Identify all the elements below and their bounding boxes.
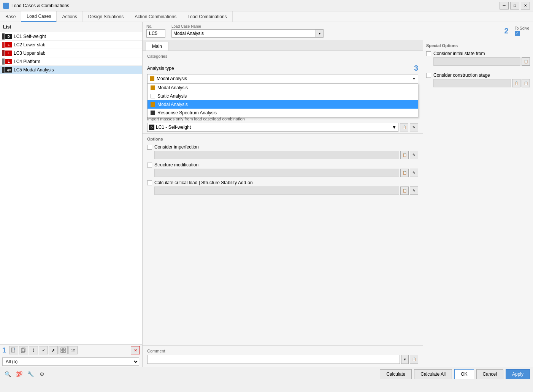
uncheck-button[interactable]: ✗	[49, 346, 58, 354]
apply-button[interactable]: Apply	[506, 369, 530, 379]
list-items: D LC1 Self-weight L LC2 Lower slab L LC3…	[0, 32, 142, 344]
item-label: LC2 Lower slab	[14, 42, 45, 47]
menu-tabs: Base Load Cases Actions Design Situation…	[0, 11, 533, 22]
cancel-button[interactable]: Cancel	[476, 369, 503, 379]
color-strip	[2, 67, 5, 73]
search-icon-button[interactable]: 🔍	[3, 370, 12, 379]
tab-design-situations[interactable]: Design Situations	[83, 11, 129, 22]
options-section: Options Consider imperfection 📋 ✎	[143, 133, 423, 201]
color-box-orange-icon	[151, 85, 155, 90]
categories-section: Categories	[143, 51, 423, 61]
tools-icon-button[interactable]: 🔧	[26, 370, 35, 379]
structure-mod-label: Structure modification	[154, 162, 198, 168]
special-options: Special Options Consider initial state f…	[423, 40, 533, 94]
tab-load-cases[interactable]: Load Cases	[21, 11, 57, 22]
count-icon-button[interactable]: 💯	[14, 370, 24, 379]
number-button[interactable]: 12	[68, 346, 78, 354]
analysis-select[interactable]: Modal Analysis ▼	[147, 74, 418, 83]
imperfection-checkbox[interactable]	[147, 145, 152, 150]
new-item-button[interactable]: +	[9, 346, 18, 354]
structure-mod-copy-btn[interactable]: 📋	[400, 169, 409, 177]
masses-dropdown-arrow[interactable]: ▼	[392, 125, 397, 130]
name-dropdown-arrow[interactable]: ▼	[316, 29, 324, 38]
delete-button[interactable]: ✕	[131, 346, 140, 354]
calculate-button[interactable]: Calculate	[380, 369, 412, 379]
group-button[interactable]	[59, 346, 68, 354]
list-item[interactable]: L LC4 Platform	[0, 57, 142, 66]
color-strip	[2, 33, 5, 40]
dropdown-item-response-spectrum[interactable]: Response Spectrum Analysis	[148, 109, 418, 117]
color-box-dark-icon	[151, 111, 155, 115]
list-toolbar: 1 + ✓ ✗ 12 ✕	[0, 344, 142, 356]
minimize-button[interactable]: ─	[500, 2, 509, 9]
comment-label: Comment	[147, 349, 418, 353]
right-header: No. Load Case Name ▼ 2 To Solve	[143, 22, 533, 40]
copy-button[interactable]	[19, 346, 28, 354]
ok-button[interactable]: OK	[454, 369, 474, 379]
settings-icon-button[interactable]: ⚙	[37, 370, 46, 379]
color-strip	[2, 58, 5, 65]
imperfection-edit-btn[interactable]: ✎	[410, 151, 418, 159]
close-button[interactable]: ✕	[521, 2, 530, 9]
check-button[interactable]: ✓	[39, 346, 48, 354]
no-label: No.	[146, 24, 165, 28]
svg-rect-9	[63, 348, 65, 350]
tab-actions[interactable]: Actions	[57, 11, 82, 22]
comment-copy-btn[interactable]: 📋	[410, 355, 418, 364]
tab-bar: Main	[143, 40, 423, 51]
critical-load-checkbox[interactable]	[147, 180, 152, 185]
no-input[interactable]	[146, 29, 165, 38]
option-critical-load: Calculate critical load | Structure Stab…	[147, 180, 418, 195]
move-button[interactable]	[29, 346, 38, 354]
critical-load-label: Calculate critical load | Structure Stab…	[154, 180, 253, 185]
item-badge: D	[5, 34, 12, 39]
maximize-button[interactable]: □	[510, 2, 519, 9]
svg-rect-11	[63, 351, 65, 352]
tab-base[interactable]: Base	[0, 11, 21, 22]
item-badge: L	[5, 59, 12, 64]
tab-load-combinations[interactable]: Load Combinations	[182, 11, 232, 22]
name-label: Load Case Name	[171, 24, 498, 28]
initial-state-checkbox[interactable]	[426, 51, 431, 56]
list-item[interactable]: L LC3 Upper slab	[0, 49, 142, 57]
name-input[interactable]	[171, 29, 316, 38]
construction-copy-btn[interactable]: 📋	[512, 79, 520, 87]
bottom-toolbar: 🔍 💯 🔧 ⚙	[3, 370, 46, 379]
structure-mod-checkbox[interactable]	[147, 163, 152, 168]
special-options-title: Special Options	[426, 43, 530, 48]
dropdown-item-modal-highlighted[interactable]: Modal Analysis	[148, 100, 418, 109]
dropdown-item-label: Modal Analysis	[157, 85, 188, 90]
to-solve-checkbox[interactable]	[515, 31, 520, 36]
analysis-type-label: Analysis type 3	[147, 64, 418, 73]
svg-marker-6	[33, 351, 34, 352]
dropdown-item-modal-analysis[interactable]: Modal Analysis	[148, 84, 418, 92]
imperfection-label: Consider imperfection	[154, 144, 199, 150]
imperfection-copy-btn[interactable]: 📋	[400, 151, 409, 159]
tab-action-combinations[interactable]: Action Combinations	[129, 11, 182, 22]
list-item[interactable]: Qe LC5 Modal Analysis	[0, 66, 142, 74]
critical-load-edit-btn[interactable]: ✎	[410, 187, 418, 195]
construction-checkbox[interactable]	[426, 73, 431, 78]
initial-state-label: Consider initial state from	[433, 51, 485, 56]
calculate-all-button[interactable]: Calculate All	[414, 369, 452, 379]
item-label: LC5 Modal Analysis	[14, 67, 54, 73]
dropdown-item-static-analysis[interactable]: Static Analysis	[148, 92, 418, 100]
critical-load-copy-btn[interactable]: 📋	[400, 187, 409, 195]
analysis-dropdown-menu: Modal Analysis Static Analysis Modal Ana…	[147, 83, 418, 117]
list-filter[interactable]: All (5)	[2, 357, 139, 366]
list-item[interactable]: L LC2 Lower slab	[0, 41, 142, 49]
special-item-construction: Consider construction stage 📋 📋	[426, 73, 530, 87]
construction-label: Consider construction stage	[433, 73, 490, 78]
masses-copy-button[interactable]: 📋	[400, 123, 408, 131]
right-panel: No. Load Case Name ▼ 2 To Solve	[143, 22, 533, 367]
comment-dropdown-arrow[interactable]: ▼	[401, 355, 409, 364]
list-item[interactable]: D LC1 Self-weight	[0, 32, 142, 41]
tab-main[interactable]: Main	[146, 42, 168, 51]
initial-state-copy-btn[interactable]: 📋	[522, 57, 530, 66]
construction-edit-btn[interactable]: 📋	[522, 79, 530, 87]
left-panel: List D LC1 Self-weight L LC2 Lower slab …	[0, 22, 143, 367]
to-solve-label: To Solve	[515, 26, 529, 30]
comment-input[interactable]	[147, 355, 400, 364]
masses-edit-button[interactable]: ✎	[410, 123, 418, 131]
structure-mod-edit-btn[interactable]: ✎	[410, 169, 418, 177]
